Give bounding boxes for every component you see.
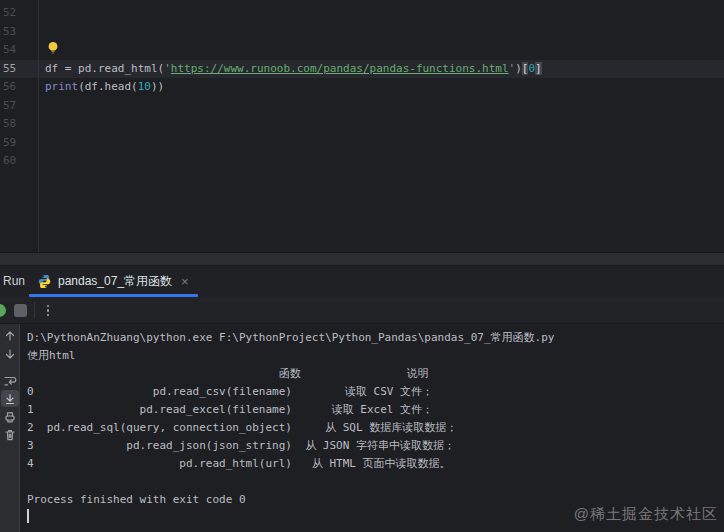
line-number[interactable]: 52 <box>0 4 38 23</box>
line-number[interactable]: 58 <box>0 115 38 134</box>
line-number[interactable]: 56 <box>0 78 38 97</box>
run-console: D:\PythonAnZhuang\python.exe F:\PythonPr… <box>0 324 724 532</box>
run-panel-title: Run <box>3 266 25 297</box>
console-line: D:\PythonAnZhuang\python.exe F:\PythonPr… <box>21 329 554 347</box>
console-line: 4 pd.read_html(url) 从 HTML 页面中读取数据。 <box>21 455 554 473</box>
code-line <box>39 4 724 23</box>
up-arrow-icon[interactable] <box>1 327 19 344</box>
line-number[interactable]: 55 <box>0 60 38 79</box>
rerun-icon[interactable] <box>0 304 6 317</box>
code-line <box>39 115 724 134</box>
console-line: Process finished with exit code 0 <box>21 491 554 509</box>
code-line <box>39 23 724 42</box>
console-output[interactable]: D:\PythonAnZhuang\python.exe F:\PythonPr… <box>21 329 554 509</box>
code-token: 10 <box>138 80 151 93</box>
code-token: https://www.runoob.com/pandas/pandas-fun… <box>171 62 509 75</box>
console-line: 函数 说明 <box>21 365 554 383</box>
intention-bulb-icon[interactable] <box>47 41 59 56</box>
line-number[interactable]: 57 <box>0 97 38 116</box>
editor-console-splitter[interactable] <box>0 252 724 266</box>
print-icon[interactable] <box>1 408 19 425</box>
toolbar-divider <box>34 302 35 318</box>
code-line <box>39 41 724 60</box>
code-token: (df.head( <box>78 80 138 93</box>
stop-icon[interactable] <box>14 304 27 317</box>
close-icon[interactable]: × <box>181 275 189 288</box>
code-token: print <box>45 80 78 93</box>
pycharm-window: 525354555657585960 df = pd.read_html('ht… <box>0 0 724 532</box>
console-caret <box>27 509 29 523</box>
run-toolbar <box>0 297 724 324</box>
run-toolwindow-header: Run pandas_07_常用函数 × <box>0 266 724 297</box>
editor-text-area[interactable]: df = pd.read_html('https://www.runoob.co… <box>39 4 724 171</box>
editor-gutter[interactable]: 525354555657585960 <box>0 4 38 171</box>
clear-icon[interactable] <box>1 426 19 443</box>
code-token: ] <box>535 62 542 75</box>
code-token: ' <box>164 62 171 75</box>
code-line: df = pd.read_html('https://www.runoob.co… <box>39 60 724 79</box>
console-line: 3 pd.read_json(json_string) 从 JSON 字符串中读… <box>21 437 554 455</box>
code-line <box>39 97 724 116</box>
run-tab-label: pandas_07_常用函数 <box>58 273 172 290</box>
line-number[interactable]: 60 <box>0 152 38 171</box>
more-options-icon[interactable] <box>41 303 55 318</box>
python-icon <box>37 274 52 289</box>
run-tab[interactable]: pandas_07_常用函数 × <box>29 266 198 297</box>
watermark: @稀土掘金技术社区 <box>574 505 718 524</box>
soft-wrap-icon[interactable] <box>1 372 19 389</box>
line-number[interactable]: 54 <box>0 41 38 60</box>
console-line <box>21 473 554 491</box>
code-token: ) <box>515 62 522 75</box>
down-arrow-icon[interactable] <box>1 345 19 362</box>
console-line: 1 pd.read_excel(filename) 读取 Excel 文件； <box>21 401 554 419</box>
code-token: df = pd.read_html( <box>45 62 164 75</box>
code-editor[interactable]: 525354555657585960 df = pd.read_html('ht… <box>0 0 724 252</box>
console-line: 2 pd.read_sql(query, connection_object) … <box>21 419 554 437</box>
console-toolbar <box>0 324 20 532</box>
code-line <box>39 134 724 153</box>
code-line <box>39 152 724 171</box>
line-number[interactable]: 53 <box>0 23 38 42</box>
code-line: print(df.head(10)) <box>39 78 724 97</box>
code-token: )) <box>151 80 164 93</box>
console-line: 0 pd.read_csv(filename) 读取 CSV 文件； <box>21 383 554 401</box>
scroll-to-end-icon[interactable] <box>1 390 19 407</box>
line-number[interactable]: 59 <box>0 134 38 153</box>
console-line: 使用html <box>21 347 554 365</box>
